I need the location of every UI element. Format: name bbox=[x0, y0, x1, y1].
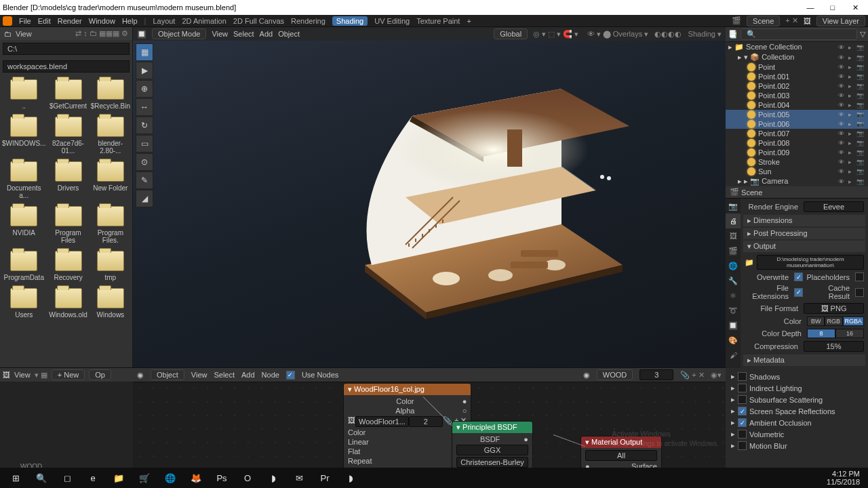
render-option[interactable]: ▸ ✓ Screen Space Reflections bbox=[730, 405, 864, 417]
viewport-tool[interactable]: ✎ bbox=[136, 171, 153, 189]
menu-file[interactable]: File bbox=[19, 17, 31, 25]
viewport-tool[interactable]: ⊕ bbox=[136, 80, 153, 98]
menu-window[interactable]: Window bbox=[89, 17, 115, 25]
outliner-item[interactable]: Stroke👁 ▸ 📷 bbox=[726, 157, 868, 167]
folder-item[interactable]: $GetCurrent bbox=[47, 77, 88, 113]
taskbar-item[interactable]: ✉ bbox=[286, 468, 312, 487]
menu-render[interactable]: Render bbox=[58, 17, 82, 25]
node-node-menu[interactable]: Node bbox=[262, 371, 279, 379]
taskbar-item[interactable]: ◻ bbox=[54, 468, 80, 487]
render-option[interactable]: ▸ ✓ Ambient Occlusion bbox=[730, 417, 864, 428]
folder-item[interactable]: Recovery bbox=[47, 248, 88, 284]
uv-editor[interactable]: 🖼 View ▾ ▦ + New Op WOOD bbox=[0, 368, 133, 476]
node-editor[interactable]: ◉ Object View Select Add Node ✓ Use Node… bbox=[133, 368, 726, 476]
viewport-tool[interactable]: ▶ bbox=[136, 62, 153, 79]
props-tab[interactable]: 🎨 bbox=[726, 333, 741, 348]
file-path-input[interactable]: C:\ bbox=[3, 43, 130, 55]
taskbar-item[interactable]: 🔍 bbox=[28, 468, 54, 487]
folder-item[interactable]: Drivers bbox=[47, 159, 88, 202]
folder-item[interactable]: NVIDIA bbox=[1, 203, 46, 247]
file-name-input[interactable]: workspaces.blend bbox=[3, 60, 130, 73]
outliner-icon[interactable]: 📑 bbox=[728, 30, 738, 39]
folder-item[interactable]: 82ace7d6-01... bbox=[47, 114, 88, 157]
system-clock[interactable]: 4:12 PM11/5/2018 bbox=[821, 470, 865, 486]
scene-select[interactable]: Scene bbox=[747, 16, 780, 26]
outliner-item[interactable]: Point.007👁 ▸ 📷 bbox=[726, 129, 868, 138]
folder-item[interactable]: blender-2.80-... bbox=[90, 114, 131, 157]
taskbar-item[interactable]: Ps bbox=[209, 468, 235, 487]
uv-editor-icon[interactable]: 🖼 bbox=[3, 371, 10, 379]
outliner-item[interactable]: Point.005👁 ▸ 📷 bbox=[726, 110, 868, 119]
workspace-tab[interactable]: 2D Full Canvas bbox=[233, 17, 284, 25]
render-option[interactable]: ▸ Subsurface Scattering bbox=[730, 394, 864, 405]
folder-item[interactable]: tmp bbox=[90, 248, 131, 284]
outliner-item[interactable]: Point.009👁 ▸ 📷 bbox=[726, 148, 868, 157]
node-editor-icon[interactable]: ◉ bbox=[137, 371, 144, 380]
taskbar-item[interactable]: Pr bbox=[312, 468, 338, 487]
workspace-tab[interactable]: UV Editing bbox=[374, 17, 410, 25]
maximize-button[interactable]: □ bbox=[823, 3, 843, 12]
outliner-item[interactable]: Point.001👁 ▸ 📷 bbox=[726, 72, 868, 81]
workspace-tab[interactable]: Rendering bbox=[291, 17, 326, 25]
node-view-menu[interactable]: View bbox=[191, 371, 208, 379]
editor-type-icon[interactable]: 🔲 bbox=[137, 30, 146, 39]
menu-help[interactable]: Help bbox=[122, 17, 138, 25]
minimize-button[interactable]: — bbox=[800, 3, 821, 12]
viewport-tool[interactable]: ▦ bbox=[136, 43, 153, 61]
uv-view-menu[interactable]: View bbox=[14, 371, 31, 379]
outliner-tree[interactable]: ▸ 📁 Scene Collection👁 ▸ 📷▸ ▾ 📦 Collectio… bbox=[726, 42, 868, 186]
workspace-tab[interactable]: 2D Animation bbox=[182, 17, 226, 25]
node-add-menu[interactable]: Add bbox=[241, 371, 255, 379]
taskbar-item[interactable]: ⊞ bbox=[3, 468, 28, 487]
viewport-tool[interactable]: ⊙ bbox=[136, 153, 153, 171]
outliner-item[interactable]: Sun👁 ▸ 📷 bbox=[726, 167, 868, 176]
render-option[interactable]: ▸ Motion Blur bbox=[730, 440, 864, 451]
props-tab[interactable]: 🔲 bbox=[726, 318, 741, 333]
outliner-search[interactable]: 🔍 bbox=[741, 28, 857, 40]
viewlayer-select[interactable]: View Layer bbox=[816, 16, 865, 26]
taskbar-item[interactable]: 🦊 bbox=[183, 468, 209, 487]
render-option[interactable]: ▸ Shadows bbox=[730, 371, 864, 382]
folder-item[interactable]: $WINDOWS... bbox=[1, 114, 46, 157]
taskbar-item[interactable]: ◗ bbox=[338, 468, 363, 487]
node-select-menu[interactable]: Select bbox=[214, 371, 235, 379]
folder-item[interactable]: Windows bbox=[90, 285, 131, 321]
outliner-item[interactable]: Point.008👁 ▸ 📷 bbox=[726, 138, 868, 148]
material-users[interactable]: 3 bbox=[639, 369, 673, 380]
folder-item[interactable]: Documents a... bbox=[1, 159, 46, 202]
workspace-tab[interactable]: Shading bbox=[332, 16, 368, 26]
viewport-tool[interactable]: ◢ bbox=[136, 190, 153, 207]
file-browser-view[interactable]: View bbox=[16, 30, 32, 38]
use-nodes-checkbox[interactable]: ✓ bbox=[286, 371, 295, 380]
props-tab[interactable]: 🖌 bbox=[726, 348, 741, 363]
workspace-tab[interactable]: + bbox=[467, 17, 471, 25]
node-object-select[interactable]: Object bbox=[151, 369, 184, 380]
material-select[interactable]: WOOD bbox=[597, 369, 633, 380]
folder-item[interactable]: ProgramData bbox=[1, 248, 46, 284]
viewport-tool[interactable]: ↔ bbox=[136, 98, 153, 116]
props-tab[interactable]: 🖼 bbox=[726, 228, 741, 243]
outliner-item[interactable]: Point.002👁 ▸ 📷 bbox=[726, 81, 868, 91]
uv-new-button[interactable]: + New bbox=[52, 369, 85, 380]
vp-object-menu[interactable]: Object bbox=[278, 30, 300, 38]
menu-edit[interactable]: Edit bbox=[38, 17, 51, 25]
uv-open-button[interactable]: Op bbox=[89, 369, 111, 380]
taskbar-item[interactable]: 📁 bbox=[106, 468, 132, 487]
folder-item[interactable]: Program Files bbox=[47, 203, 88, 247]
folder-item[interactable]: Users bbox=[1, 285, 46, 321]
render-option[interactable]: ▸ Volumetric bbox=[730, 428, 864, 440]
props-tab[interactable]: 🌐 bbox=[726, 258, 741, 273]
outliner-item[interactable]: Point.004👁 ▸ 📷 bbox=[726, 100, 868, 110]
taskbar-item[interactable]: ◗ bbox=[260, 468, 286, 487]
taskbar-item[interactable]: 🛒 bbox=[132, 468, 157, 487]
render-option[interactable]: ▸ Indirect Lighting bbox=[730, 382, 864, 394]
filter-icon[interactable]: ▽ bbox=[860, 30, 865, 39]
outliner-item[interactable]: Point👁 ▸ 📷 bbox=[726, 62, 868, 72]
workspace-tab[interactable]: Layout bbox=[153, 17, 175, 25]
taskbar-item[interactable]: e bbox=[80, 468, 106, 487]
orientation-select[interactable]: Global bbox=[494, 28, 528, 39]
outliner-item[interactable]: Point.003👁 ▸ 📷 bbox=[726, 91, 868, 100]
folder-item[interactable]: Program Files. bbox=[90, 203, 131, 247]
vp-add-menu[interactable]: Add bbox=[260, 30, 273, 38]
folder-item[interactable]: $Recycle.Bin bbox=[90, 77, 131, 113]
